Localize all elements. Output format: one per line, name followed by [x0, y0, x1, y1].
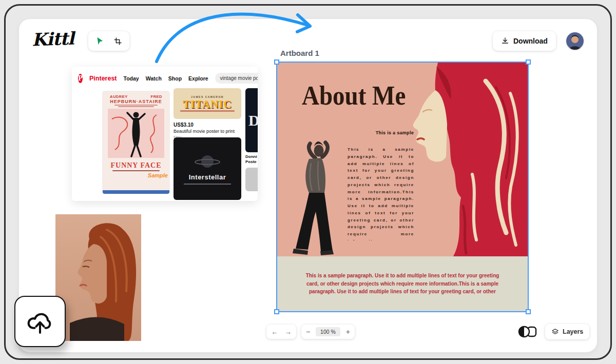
titanic-poster: JAMES CAMERON TITANIC: [174, 88, 241, 119]
woman-photo-image: [55, 214, 141, 341]
download-label: Download: [513, 37, 548, 45]
user-avatar[interactable]: [566, 32, 584, 50]
titanic-title: TITANIC: [183, 99, 232, 110]
artboard-footer-section: This is a sample paragraph. Use it to ad…: [277, 256, 528, 311]
interstellar-planet: [189, 153, 225, 170]
funny-face-line2: HEPBURN·ASTAIRE: [103, 99, 169, 104]
funny-face-figure: [108, 109, 164, 158]
pinterest-search-input[interactable]: vintage movie poster: [215, 73, 258, 84]
artboard-label[interactable]: Artboard 1: [280, 49, 319, 57]
pin-caption-line2: Poste: [245, 159, 258, 165]
upload-card[interactable]: [14, 296, 66, 347]
download-icon: [501, 37, 509, 45]
pin-column-clipped[interactable]: D Donni Poste: [245, 88, 258, 191]
interstellar-credits-bar: [184, 184, 231, 185]
layers-label: Layers: [563, 328, 583, 335]
avatar-image: [566, 32, 584, 50]
pinterest-header: P Pinterest Today Watch Shop Explore vin…: [72, 67, 258, 88]
selection-handle-top-right[interactable]: [526, 59, 531, 65]
undo-button[interactable]: ←: [269, 328, 280, 336]
pin-titanic[interactable]: JAMES CAMERON TITANIC US$3.10 Beautiful …: [174, 88, 241, 139]
funny-face-watermark: Sample: [148, 172, 168, 178]
selection-handle-bottom-right[interactable]: [526, 309, 531, 314]
artboard-main-section: About Me This is a sample This is a samp…: [277, 63, 528, 256]
pinterest-nav-explore[interactable]: Explore: [188, 75, 208, 82]
kittl-logo: Kittl: [31, 28, 74, 50]
zoom-control: − 100 % +: [301, 325, 355, 339]
funny-face-bottom-strip: [103, 190, 169, 194]
theme-toggle-button[interactable]: [517, 325, 539, 339]
pin-interstellar[interactable]: Interstellar: [174, 137, 241, 200]
pin-dark-poster: D: [245, 88, 258, 152]
selection-handle-bottom-left[interactable]: [274, 309, 279, 314]
funny-face-names: AUDREY FRED: [103, 91, 169, 99]
artboard-body-text[interactable]: This is a sample paragraph. Use it to ad…: [348, 146, 414, 240]
selection-handle-top-left[interactable]: [274, 59, 279, 65]
artboard-title[interactable]: About Me: [302, 80, 406, 111]
pin-description: Beautiful movie poster to print: [174, 129, 241, 134]
crop-icon: [113, 37, 122, 46]
pinterest-brand: Pinterest: [89, 75, 117, 82]
zoom-out-button[interactable]: −: [306, 328, 310, 335]
history-pill: ← →: [266, 325, 296, 339]
zoom-value[interactable]: 100 %: [316, 327, 340, 336]
app-window: Kittl Download P: [0, 0, 616, 364]
artboard-footer-text[interactable]: This is a sample paragraph. Use it to ad…: [300, 272, 505, 296]
pinterest-logo-icon: P: [78, 74, 83, 83]
pinterest-nav-watch[interactable]: Watch: [146, 75, 162, 82]
reference-photo-woman[interactable]: [55, 214, 141, 341]
crop-tool-button[interactable]: [111, 34, 125, 48]
layers-button[interactable]: Layers: [545, 324, 589, 339]
pinterest-panel: P Pinterest Today Watch Shop Explore vin…: [72, 67, 258, 201]
pin-price: US$3.10: [174, 122, 241, 128]
theme-contrast-icon: [517, 325, 537, 338]
redo-button[interactable]: →: [283, 328, 294, 336]
tool-pill: [88, 31, 129, 51]
woman-illustration[interactable]: [410, 63, 528, 256]
artboard-tagline[interactable]: This is a sample: [355, 130, 414, 135]
dancer-image[interactable]: [278, 135, 341, 256]
pin-gray-thumbnail: [245, 168, 258, 191]
download-button[interactable]: Download: [493, 31, 556, 51]
funny-face-title: FUNNY FACE: [103, 161, 169, 170]
interstellar-title: Interstellar: [189, 173, 226, 181]
pinterest-nav-shop[interactable]: Shop: [168, 75, 182, 82]
titanic-credits-bar: [180, 110, 235, 112]
cursor-icon: [95, 36, 104, 46]
pin-caption-line1: Donni: [245, 154, 258, 159]
pin-funny-face-poster[interactable]: AUDREY FRED HEPBURN·ASTAIRE FUNNY FACE S…: [103, 91, 169, 194]
upload-cloud-icon: [25, 307, 55, 336]
pinterest-nav-today[interactable]: Today: [124, 75, 139, 82]
artboard[interactable]: About Me This is a sample This is a samp…: [277, 63, 528, 311]
select-tool-button[interactable]: [93, 34, 106, 48]
layers-icon: [551, 328, 559, 336]
zoom-in-button[interactable]: +: [346, 328, 350, 335]
